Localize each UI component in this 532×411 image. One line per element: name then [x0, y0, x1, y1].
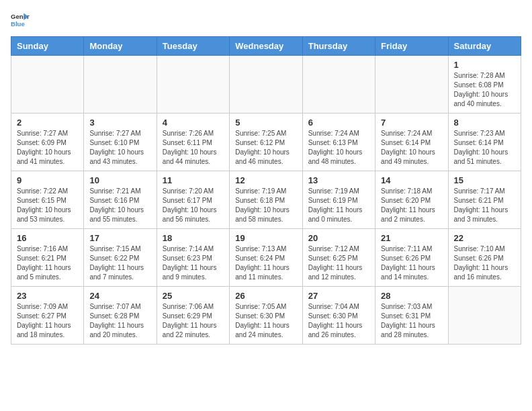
day-info: Sunrise: 7:25 AM Sunset: 6:12 PM Dayligh…: [235, 129, 296, 167]
calendar-cell: [84, 56, 157, 113]
day-info: Sunrise: 7:13 AM Sunset: 6:24 PM Dayligh…: [235, 244, 296, 282]
calendar-cell: 10Sunrise: 7:21 AM Sunset: 6:16 PM Dayli…: [84, 171, 157, 229]
week-row-3: 9Sunrise: 7:22 AM Sunset: 6:15 PM Daylig…: [11, 171, 521, 229]
day-info: Sunrise: 7:27 AM Sunset: 6:09 PM Dayligh…: [17, 129, 78, 167]
day-info: Sunrise: 7:09 AM Sunset: 6:27 PM Dayligh…: [17, 302, 78, 340]
calendar-cell: 18Sunrise: 7:14 AM Sunset: 6:23 PM Dayli…: [157, 229, 229, 287]
day-number: 14: [381, 175, 442, 185]
calendar-cell: 25Sunrise: 7:06 AM Sunset: 6:29 PM Dayli…: [157, 287, 229, 345]
calendar-cell: [11, 56, 84, 113]
day-number: 2: [17, 118, 78, 128]
day-info: Sunrise: 7:06 AM Sunset: 6:29 PM Dayligh…: [163, 302, 224, 340]
day-info: Sunrise: 7:28 AM Sunset: 6:08 PM Dayligh…: [454, 71, 515, 109]
calendar-cell: 23Sunrise: 7:09 AM Sunset: 6:27 PM Dayli…: [11, 287, 84, 345]
weekday-header-monday: Monday: [84, 37, 157, 56]
week-row-5: 23Sunrise: 7:09 AM Sunset: 6:27 PM Dayli…: [11, 287, 521, 345]
logo: General Blue: [11, 11, 30, 30]
day-number: 21: [381, 233, 442, 243]
day-number: 13: [308, 175, 369, 185]
day-number: 15: [454, 175, 515, 185]
weekday-header-tuesday: Tuesday: [157, 37, 229, 56]
day-number: 12: [235, 175, 296, 185]
calendar-cell: 5Sunrise: 7:25 AM Sunset: 6:12 PM Daylig…: [230, 113, 302, 171]
calendar-cell: 26Sunrise: 7:05 AM Sunset: 6:30 PM Dayli…: [230, 287, 302, 345]
calendar-cell: 2Sunrise: 7:27 AM Sunset: 6:09 PM Daylig…: [11, 113, 84, 171]
calendar-cell: 12Sunrise: 7:19 AM Sunset: 6:18 PM Dayli…: [230, 171, 302, 229]
day-info: Sunrise: 7:24 AM Sunset: 6:14 PM Dayligh…: [381, 129, 442, 167]
day-number: 28: [381, 291, 442, 301]
logo-icon: General Blue: [11, 11, 30, 30]
day-number: 20: [308, 233, 369, 243]
weekday-header-wednesday: Wednesday: [230, 37, 302, 56]
day-number: 24: [89, 291, 150, 301]
day-number: 9: [17, 175, 78, 185]
day-number: 18: [163, 233, 224, 243]
day-number: 17: [89, 233, 150, 243]
calendar-cell: 22Sunrise: 7:10 AM Sunset: 6:26 PM Dayli…: [448, 229, 521, 287]
day-number: 7: [381, 118, 442, 128]
day-info: Sunrise: 7:14 AM Sunset: 6:23 PM Dayligh…: [163, 244, 224, 282]
day-info: Sunrise: 7:17 AM Sunset: 6:21 PM Dayligh…: [454, 187, 515, 224]
day-info: Sunrise: 7:05 AM Sunset: 6:30 PM Dayligh…: [235, 302, 296, 340]
day-info: Sunrise: 7:19 AM Sunset: 6:18 PM Dayligh…: [235, 187, 296, 224]
day-number: 10: [89, 175, 150, 185]
day-info: Sunrise: 7:03 AM Sunset: 6:31 PM Dayligh…: [381, 302, 442, 340]
calendar-cell: [302, 56, 375, 113]
weekday-header-row: SundayMondayTuesdayWednesdayThursdayFrid…: [11, 37, 521, 56]
calendar-cell: 17Sunrise: 7:15 AM Sunset: 6:22 PM Dayli…: [84, 229, 157, 287]
day-info: Sunrise: 7:24 AM Sunset: 6:13 PM Dayligh…: [308, 129, 369, 167]
calendar: SundayMondayTuesdayWednesdayThursdayFrid…: [11, 36, 521, 345]
day-info: Sunrise: 7:22 AM Sunset: 6:15 PM Dayligh…: [17, 187, 78, 224]
day-info: Sunrise: 7:23 AM Sunset: 6:14 PM Dayligh…: [454, 129, 515, 167]
day-number: 16: [17, 233, 78, 243]
calendar-cell: 6Sunrise: 7:24 AM Sunset: 6:13 PM Daylig…: [302, 113, 375, 171]
calendar-cell: 4Sunrise: 7:26 AM Sunset: 6:11 PM Daylig…: [157, 113, 229, 171]
calendar-cell: 7Sunrise: 7:24 AM Sunset: 6:14 PM Daylig…: [375, 113, 448, 171]
day-info: Sunrise: 7:16 AM Sunset: 6:21 PM Dayligh…: [17, 244, 78, 282]
week-row-1: 1Sunrise: 7:28 AM Sunset: 6:08 PM Daylig…: [11, 56, 521, 113]
day-number: 8: [454, 118, 515, 128]
calendar-cell: 28Sunrise: 7:03 AM Sunset: 6:31 PM Dayli…: [375, 287, 448, 345]
day-info: Sunrise: 7:26 AM Sunset: 6:11 PM Dayligh…: [163, 129, 224, 167]
header: General Blue: [11, 11, 521, 30]
calendar-cell: 15Sunrise: 7:17 AM Sunset: 6:21 PM Dayli…: [448, 171, 521, 229]
day-number: 4: [163, 118, 224, 128]
day-info: Sunrise: 7:10 AM Sunset: 6:26 PM Dayligh…: [454, 244, 515, 282]
day-number: 6: [308, 118, 369, 128]
day-number: 19: [235, 233, 296, 243]
day-number: 5: [235, 118, 296, 128]
day-info: Sunrise: 7:21 AM Sunset: 6:16 PM Dayligh…: [89, 187, 150, 224]
day-info: Sunrise: 7:15 AM Sunset: 6:22 PM Dayligh…: [89, 244, 150, 282]
day-info: Sunrise: 7:19 AM Sunset: 6:19 PM Dayligh…: [308, 187, 369, 224]
calendar-cell: 20Sunrise: 7:12 AM Sunset: 6:25 PM Dayli…: [302, 229, 375, 287]
calendar-cell: 1Sunrise: 7:28 AM Sunset: 6:08 PM Daylig…: [448, 56, 521, 113]
calendar-cell: 27Sunrise: 7:04 AM Sunset: 6:30 PM Dayli…: [302, 287, 375, 345]
day-info: Sunrise: 7:11 AM Sunset: 6:26 PM Dayligh…: [381, 244, 442, 282]
day-info: Sunrise: 7:20 AM Sunset: 6:17 PM Dayligh…: [163, 187, 224, 224]
calendar-cell: 19Sunrise: 7:13 AM Sunset: 6:24 PM Dayli…: [230, 229, 302, 287]
weekday-header-saturday: Saturday: [448, 37, 521, 56]
day-number: 27: [308, 291, 369, 301]
week-row-4: 16Sunrise: 7:16 AM Sunset: 6:21 PM Dayli…: [11, 229, 521, 287]
calendar-cell: 16Sunrise: 7:16 AM Sunset: 6:21 PM Dayli…: [11, 229, 84, 287]
calendar-cell: [230, 56, 302, 113]
week-row-2: 2Sunrise: 7:27 AM Sunset: 6:09 PM Daylig…: [11, 113, 521, 171]
svg-text:Blue: Blue: [11, 20, 25, 28]
calendar-cell: [157, 56, 229, 113]
calendar-cell: 24Sunrise: 7:07 AM Sunset: 6:28 PM Dayli…: [84, 287, 157, 345]
day-number: 1: [454, 60, 515, 70]
calendar-cell: [448, 287, 521, 345]
day-info: Sunrise: 7:18 AM Sunset: 6:20 PM Dayligh…: [381, 187, 442, 224]
day-number: 3: [89, 118, 150, 128]
calendar-cell: 13Sunrise: 7:19 AM Sunset: 6:19 PM Dayli…: [302, 171, 375, 229]
day-info: Sunrise: 7:27 AM Sunset: 6:10 PM Dayligh…: [89, 129, 150, 167]
weekday-header-friday: Friday: [375, 37, 448, 56]
day-number: 26: [235, 291, 296, 301]
day-number: 23: [17, 291, 78, 301]
day-number: 25: [163, 291, 224, 301]
calendar-cell: 11Sunrise: 7:20 AM Sunset: 6:17 PM Dayli…: [157, 171, 229, 229]
day-info: Sunrise: 7:04 AM Sunset: 6:30 PM Dayligh…: [308, 302, 369, 340]
calendar-cell: 14Sunrise: 7:18 AM Sunset: 6:20 PM Dayli…: [375, 171, 448, 229]
day-number: 22: [454, 233, 515, 243]
day-number: 11: [163, 175, 224, 185]
